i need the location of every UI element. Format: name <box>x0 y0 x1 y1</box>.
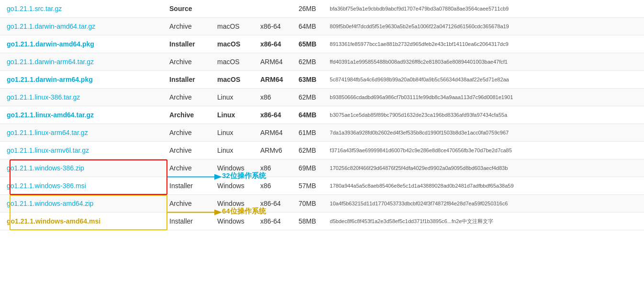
sha-cell: 170256c820f466f29d64876f25f4dfa4029ed990… <box>323 159 644 177</box>
filename-link[interactable]: go1.21.1.windows-386.msi <box>7 182 86 190</box>
sha-cell: 5c8741984fb5a4c6d9698b99a20a0b84f0a9b5c5… <box>323 71 644 89</box>
filename-link[interactable]: go1.21.1.linux-amd64.tar.gz <box>7 111 94 119</box>
table-row: go1.21.1.linux-amd64.tar.gzArchiveLinuxx… <box>0 106 644 124</box>
os-cell: macOS <box>211 18 254 35</box>
filename-link[interactable]: go1.21.1.darwin-amd64.tar.gz <box>7 23 95 30</box>
sha-cell: d5bdec8f6c8f453f1a2e3d58ef5c1dd371f1b389… <box>323 213 644 230</box>
arch-cell: ARM64 <box>254 71 292 89</box>
size-cell: 63MB <box>292 71 323 89</box>
size-cell: 61MB <box>292 124 323 142</box>
sha-cell: 1780a944a5a5c8aeb85406e8e5c1d1a43889028a… <box>323 177 644 195</box>
download-table-container: go1.21.1.src.tar.gzSource26MBbfa36bf75e9… <box>0 0 644 304</box>
arch-cell: ARMv6 <box>254 142 292 159</box>
filename-link[interactable]: go1.21.1.windows-386.zip <box>7 164 84 172</box>
kind-cell: Archive <box>163 124 211 142</box>
table-row: go1.21.1.windows-amd64.msiInstallerWindo… <box>0 213 644 230</box>
sha-cell: b3075ae1ce5dab85f89bc7905d1632de23ca196b… <box>323 106 644 124</box>
filename-link[interactable]: go1.21.1.src.tar.gz <box>7 5 62 12</box>
arch-cell: x86-64 <box>254 195 292 213</box>
sha-cell: f3716a43f59ae69999841d6007b42c9e286e8d8c… <box>323 142 644 159</box>
filename-link[interactable]: go1.21.1.linux-armv6l.tar.gz <box>7 146 89 154</box>
size-cell: 70MB <box>292 195 323 213</box>
os-cell <box>211 0 254 18</box>
arch-cell: x86-64 <box>254 35 292 53</box>
size-cell: 69MB <box>292 159 323 177</box>
kind-cell: Archive <box>163 106 211 124</box>
size-cell: 62MB <box>292 89 323 106</box>
kind-cell: Archive <box>163 159 211 177</box>
table-row: go1.21.1.darwin-arm64.pkgInstallermacOSA… <box>0 71 644 89</box>
filename-link[interactable]: go1.21.1.windows-amd64.msi <box>7 217 100 225</box>
filename-link[interactable]: go1.21.1.windows-amd64.zip <box>7 200 93 207</box>
os-cell: Windows <box>211 195 254 213</box>
kind-cell: Source <box>163 0 211 18</box>
kind-cell: Archive <box>163 89 211 106</box>
sha-cell: 8913361fe85977bcc1ae881b2732d965dfeb2e43… <box>323 35 644 53</box>
table-row: go1.21.1.windows-386.zipArchiveWindowsx8… <box>0 159 644 177</box>
table-row: go1.21.1.linux-386.tar.gzArchiveLinuxx86… <box>0 89 644 106</box>
kind-cell: Archive <box>163 53 211 71</box>
os-cell: Linux <box>211 142 254 159</box>
sha-cell: 10a4f5b63215d11d1770453733dbcbf024f3f748… <box>323 195 644 213</box>
kind-cell: Installer <box>163 35 211 53</box>
os-cell: Windows <box>211 177 254 195</box>
kind-cell: Archive <box>163 142 211 159</box>
size-cell: 58MB <box>292 213 323 230</box>
table-row: go1.21.1.windows-amd64.zipArchiveWindows… <box>0 195 644 213</box>
table-row: go1.21.1.darwin-amd64.tar.gzArchivemacOS… <box>0 18 644 35</box>
os-cell: macOS <box>211 71 254 89</box>
sha-cell: 7da1a3936a928fd0b2602ed4f3ef535b8cd1990f… <box>323 124 644 142</box>
arch-cell <box>254 0 292 18</box>
kind-cell: Archive <box>163 18 211 35</box>
arch-cell: x86 <box>254 159 292 177</box>
size-cell: 57MB <box>292 177 323 195</box>
filename-link[interactable]: go1.21.1.darwin-arm64.pkg <box>7 76 93 83</box>
table-row: go1.21.1.linux-armv6l.tar.gzArchiveLinux… <box>0 142 644 159</box>
os-cell: Linux <box>211 106 254 124</box>
os-cell: Linux <box>211 89 254 106</box>
arch-cell: x86-64 <box>254 106 292 124</box>
sha-cell: 809f5b0ef4f7dcdd5f51e9630a5b2e5a1006f22a… <box>323 18 644 35</box>
size-cell: 62MB <box>292 53 323 71</box>
kind-cell: Installer <box>163 71 211 89</box>
table-row: go1.21.1.darwin-arm64.tar.gzArchivemacOS… <box>0 53 644 71</box>
os-cell: Linux <box>211 124 254 142</box>
table-row: go1.21.1.src.tar.gzSource26MBbfa36bf75e9… <box>0 0 644 18</box>
arch-cell: x86 <box>254 177 292 195</box>
filename-link[interactable]: go1.21.1.darwin-arm64.tar.gz <box>7 58 94 66</box>
os-cell: macOS <box>211 35 254 53</box>
size-cell: 62MB <box>292 142 323 159</box>
arch-cell: x86-64 <box>254 18 292 35</box>
size-cell: 26MB <box>292 0 323 18</box>
arch-cell: x86 <box>254 89 292 106</box>
arch-cell: x86-64 <box>254 213 292 230</box>
os-cell: Windows <box>211 159 254 177</box>
table-row: go1.21.1.linux-arm64.tar.gzArchiveLinuxA… <box>0 124 644 142</box>
arch-cell: ARM64 <box>254 53 292 71</box>
size-cell: 65MB <box>292 35 323 53</box>
kind-cell: Archive <box>163 195 211 213</box>
os-cell: macOS <box>211 53 254 71</box>
filename-link[interactable]: go1.21.1.darwin-amd64.pkg <box>7 40 94 48</box>
sha-cell: bfa36bf75e9a1e9cbbdb9abcf9d1707e479bd3a0… <box>323 0 644 18</box>
arch-cell: ARM64 <box>254 124 292 142</box>
sha-cell: ffd40391a1e995855488b008ad9326ff8c2e8180… <box>323 53 644 71</box>
size-cell: 64MB <box>292 18 323 35</box>
download-table: go1.21.1.src.tar.gzSource26MBbfa36bf75e9… <box>0 0 644 230</box>
table-row: go1.21.1.windows-386.msiInstallerWindows… <box>0 177 644 195</box>
size-cell: 64MB <box>292 106 323 124</box>
kind-cell: Installer <box>163 177 211 195</box>
kind-cell: Installer <box>163 213 211 230</box>
filename-link[interactable]: go1.21.1.linux-386.tar.gz <box>7 93 80 101</box>
os-cell: Windows <box>211 213 254 230</box>
table-row: go1.21.1.darwin-amd64.pkgInstallermacOSx… <box>0 35 644 53</box>
sha-cell: b93850666cdadbd696a986cf7b03111fe99db8c3… <box>323 89 644 106</box>
filename-link[interactable]: go1.21.1.linux-arm64.tar.gz <box>7 129 88 136</box>
